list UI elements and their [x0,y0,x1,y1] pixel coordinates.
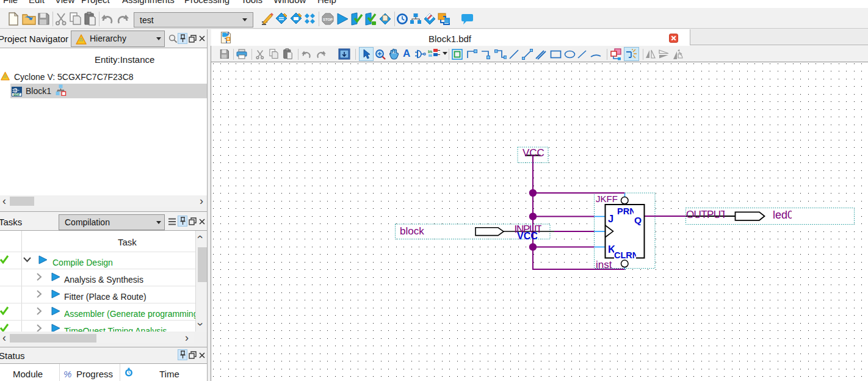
svg-text:STOP: STOP [323,18,333,21]
svg-text:BDF: BDF [13,93,21,96]
svg-text:in: in [428,49,432,54]
